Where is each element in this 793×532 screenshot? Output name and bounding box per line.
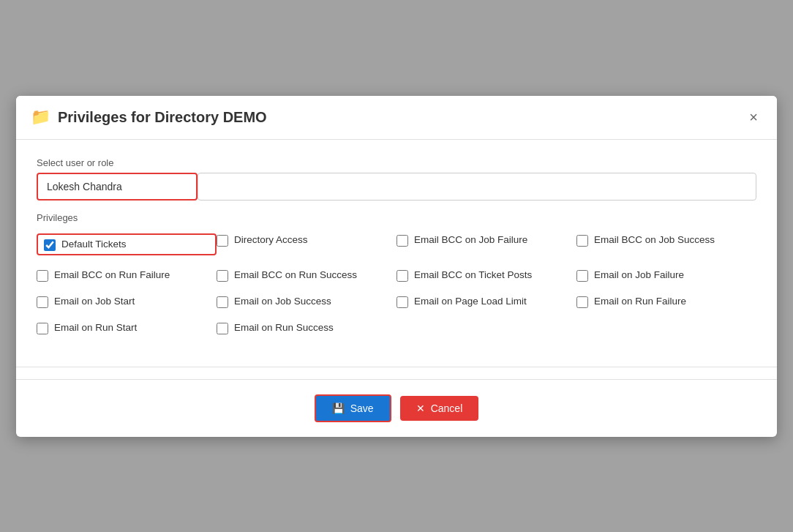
modal-dialog: 📁 Privileges for Directory DEMO × Select…	[16, 96, 777, 437]
checkbox-email-on-job-start[interactable]: Email on Job Start	[37, 295, 217, 308]
modal-footer: 💾 Save ✕ Cancel	[16, 379, 777, 437]
checkbox-label-email-bcc-run-success: Email BCC on Run Success	[234, 269, 357, 282]
checkbox-email-on-run-start[interactable]: Email on Run Start	[37, 321, 217, 334]
checkbox-label-email-on-job-start: Email on Job Start	[54, 295, 135, 308]
checkbox-label-default-tickets: Default Tickets	[61, 238, 127, 251]
modal-header: 📁 Privileges for Directory DEMO ×	[16, 96, 777, 140]
checkbox-email-bcc-run-success[interactable]: Email BCC on Run Success	[217, 269, 396, 282]
checkbox-email-on-run-success[interactable]: Email on Run Success	[217, 321, 396, 334]
checkbox-label-email-on-job-failure: Email on Job Failure	[594, 269, 684, 282]
input-row	[37, 173, 756, 201]
checkbox-default-tickets[interactable]: Default Tickets	[37, 233, 217, 255]
save-button[interactable]: 💾 Save	[315, 394, 391, 422]
checkbox-label-email-bcc-run-failure: Email BCC on Run Failure	[54, 269, 170, 282]
checkbox-label-email-bcc-ticket-posts: Email BCC on Ticket Posts	[414, 269, 532, 282]
folder-icon: 📁	[31, 108, 50, 127]
cancel-button[interactable]: ✕ Cancel	[400, 396, 479, 421]
checkbox-label-email-on-job-success: Email on Job Success	[234, 295, 331, 308]
checkbox-email-on-page-load-limit[interactable]: Email on Page Load Limit	[396, 295, 576, 308]
checkbox-label-email-on-run-start: Email on Run Start	[54, 321, 137, 334]
user-label: Select user or role	[37, 157, 756, 168]
user-section: Select user or role	[37, 157, 756, 201]
checkbox-email-bcc-job-failure[interactable]: Email BCC on Job Failure	[396, 233, 576, 255]
checkbox-label-email-on-run-failure: Email on Run Failure	[594, 295, 686, 308]
checkbox-directory-access[interactable]: Directory Access	[217, 233, 396, 255]
user-input-extended[interactable]	[198, 173, 756, 201]
checkbox-label-email-bcc-job-success: Email BCC on Job Success	[594, 233, 715, 247]
save-icon: 💾	[332, 402, 345, 414]
checkbox-email-bcc-ticket-posts[interactable]: Email BCC on Ticket Posts	[396, 269, 576, 282]
checkboxes-grid: Default Tickets Directory Access Email B…	[37, 233, 756, 334]
user-input[interactable]	[37, 173, 198, 201]
modal-body: Select user or role Privileges Default T…	[16, 140, 777, 352]
checkbox-email-on-job-failure[interactable]: Email on Job Failure	[576, 269, 756, 282]
checkbox-label-email-on-page-load-limit: Email on Page Load Limit	[414, 295, 527, 308]
modal-overlay: 📁 Privileges for Directory DEMO × Select…	[0, 0, 793, 532]
save-label: Save	[350, 402, 374, 414]
checkbox-label-email-bcc-job-failure: Email BCC on Job Failure	[414, 233, 527, 247]
close-button[interactable]: ×	[745, 108, 762, 127]
checkbox-label-directory-access: Directory Access	[234, 233, 308, 247]
checkbox-email-bcc-job-success[interactable]: Email BCC on Job Success	[576, 233, 756, 255]
checkbox-email-on-job-success[interactable]: Email on Job Success	[217, 295, 396, 308]
footer-divider	[16, 367, 777, 367]
modal-title-text: Privileges for Directory DEMO	[58, 109, 267, 126]
checkbox-email-bcc-run-failure[interactable]: Email BCC on Run Failure	[37, 269, 217, 282]
privileges-label: Privileges	[37, 212, 756, 223]
checkbox-label-email-on-run-success: Email on Run Success	[234, 321, 334, 334]
modal-title: 📁 Privileges for Directory DEMO	[31, 108, 267, 127]
cancel-icon: ✕	[416, 402, 425, 414]
checkbox-email-on-run-failure[interactable]: Email on Run Failure	[576, 295, 756, 308]
cancel-label: Cancel	[431, 402, 463, 414]
